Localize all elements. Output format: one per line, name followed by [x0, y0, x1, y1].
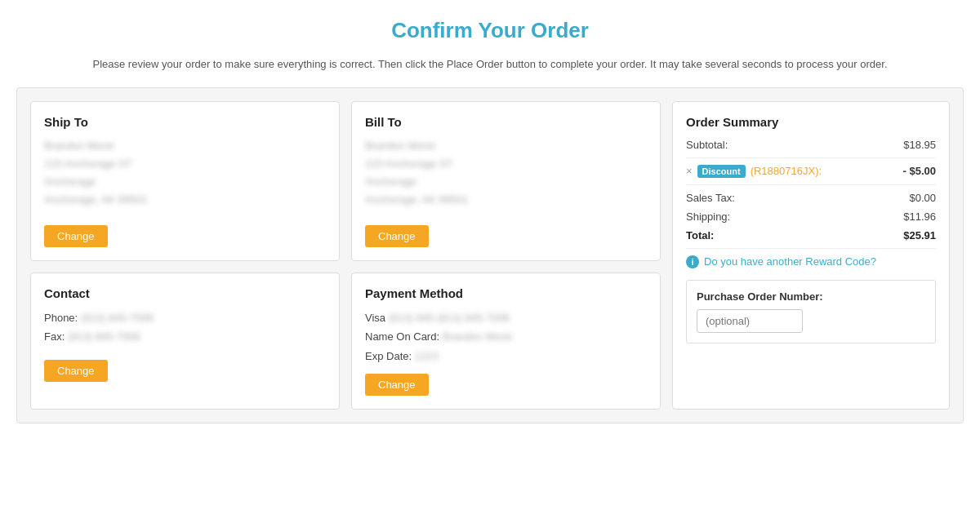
contact-title: Contact: [44, 286, 326, 300]
outer-container: Ship To Brandon Morel 123 Anchorage ST A…: [16, 87, 964, 424]
discount-left: × Discount (R1880716JX):: [686, 165, 822, 178]
name-on-card-value: Brandon Morel: [443, 327, 512, 346]
po-label: Purchase Order Number:: [697, 290, 925, 303]
sales-tax-label: Sales Tax:: [686, 192, 735, 204]
contact-card: Contact Phone: (813) 845-7008 Fax: (813)…: [30, 273, 340, 410]
sales-tax-row: Sales Tax: $0.00: [686, 192, 936, 204]
total-label: Total:: [686, 229, 714, 241]
ship-to-change-button[interactable]: Change: [44, 225, 108, 247]
payment-change-button[interactable]: Change: [365, 374, 429, 396]
subtotal-label: Subtotal:: [686, 139, 728, 151]
total-row: Total: $25.91: [686, 229, 936, 241]
fax-row: Fax: (813) 845-7008: [44, 327, 326, 346]
discount-badge: Discount: [697, 165, 746, 178]
bill-to-change-button[interactable]: Change: [365, 225, 429, 247]
name-on-card-row: Name On Card: Brandon Morel: [365, 327, 647, 346]
reward-code-row[interactable]: i Do you have another Reward Code?: [686, 255, 936, 268]
shipping-row: Shipping: $11.96: [686, 210, 936, 223]
visa-label: Visa: [365, 312, 385, 324]
contact-payment-row: Contact Phone: (813) 845-7008 Fax: (813)…: [30, 273, 661, 410]
fax-label: Fax:: [44, 330, 65, 343]
total-value: $25.91: [903, 229, 936, 241]
shipping-label: Shipping:: [686, 210, 730, 223]
bill-to-card: Bill To Brandon Morel 123 Anchorage ST A…: [351, 101, 661, 261]
subtotal-row: Subtotal: $18.95: [686, 139, 936, 151]
divider-2: [686, 184, 936, 185]
discount-code: (R1880716JX):: [751, 165, 822, 177]
payment-method-card: Payment Method Visa (813) 845 (813) 845-…: [351, 273, 661, 410]
info-icon: i: [686, 255, 699, 268]
contact-change-button[interactable]: Change: [44, 360, 108, 382]
shipping-value: $11.96: [903, 210, 936, 223]
reward-code-link[interactable]: Do you have another Reward Code?: [704, 255, 876, 268]
subtotal-value: $18.95: [903, 139, 936, 151]
divider-1: [686, 157, 936, 158]
discount-amount: - $5.00: [903, 165, 936, 177]
discount-row: × Discount (R1880716JX): - $5.00: [686, 165, 936, 178]
exp-date-value: 1223: [415, 347, 439, 366]
po-input[interactable]: [697, 309, 803, 333]
bill-to-title: Bill To: [365, 115, 647, 129]
divider-3: [686, 248, 936, 249]
payment-visa-row: Visa (813) 845 (813) 845-7008: [365, 308, 647, 327]
main-layout: Ship To Brandon Morel 123 Anchorage ST A…: [30, 101, 950, 410]
exp-date-label: Exp Date:: [365, 350, 412, 362]
sales-tax-value: $0.00: [909, 192, 936, 204]
phone-label: Phone:: [44, 312, 78, 324]
fax-value: (813) 845-7008: [68, 327, 140, 346]
bill-to-address: Brandon Morel 123 Anchorage ST Anchorage…: [365, 137, 647, 209]
order-summary-card: Order Summary Subtotal: $18.95 × Discoun…: [672, 101, 950, 410]
payment-method-title: Payment Method: [365, 286, 647, 300]
phone-row: Phone: (813) 845-7008: [44, 308, 326, 327]
ship-to-address: Brandon Morel 123 Anchorage ST Anchorage…: [44, 137, 326, 209]
ship-to-card: Ship To Brandon Morel 123 Anchorage ST A…: [30, 101, 340, 261]
name-on-card-label: Name On Card:: [365, 330, 439, 343]
card-numbers: (813) 845 (813) 845-7008: [389, 308, 510, 327]
discount-remove-icon[interactable]: ×: [686, 165, 693, 177]
po-section: Purchase Order Number:: [686, 280, 936, 343]
page-wrapper: Confirm Your Order Please review your or…: [0, 0, 980, 448]
phone-value: (813) 845-7008: [81, 308, 154, 327]
left-panels: Ship To Brandon Morel 123 Anchorage ST A…: [30, 101, 661, 410]
page-title: Confirm Your Order: [16, 8, 964, 56]
address-panels-row: Ship To Brandon Morel 123 Anchorage ST A…: [30, 101, 661, 261]
exp-date-row: Exp Date: 1223: [365, 347, 647, 366]
order-summary-title: Order Summary: [686, 115, 936, 129]
ship-to-title: Ship To: [44, 115, 326, 129]
contact-info: Phone: (813) 845-7008 Fax: (813) 845-700…: [44, 308, 326, 347]
instruction-text: Please review your order to make sure ev…: [16, 56, 964, 73]
